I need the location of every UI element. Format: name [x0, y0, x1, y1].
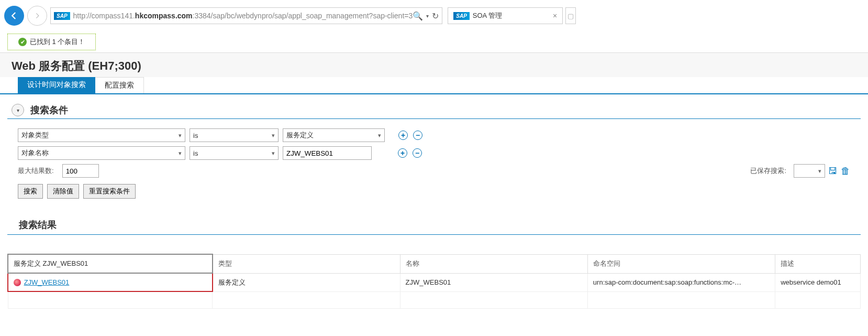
- reset-button[interactable]: 重置搜索条件: [83, 184, 136, 199]
- service-link[interactable]: ZJW_WEBS01: [24, 278, 70, 286]
- success-icon: ✔: [18, 38, 27, 46]
- delete-icon[interactable]: 🗑: [841, 166, 850, 177]
- cell-ns: urn:sap-com:document:sap:soap:functions:…: [587, 273, 775, 291]
- operator-select-2[interactable]: is: [190, 146, 279, 160]
- operator-select-1[interactable]: is: [190, 128, 279, 142]
- url-text: http://compass141.hkcompass.com:3384/sap…: [73, 12, 413, 20]
- saved-search-label: 已保存搜索:: [750, 166, 786, 176]
- table-row[interactable]: ZJW_WEBS01 服务定义 ZJW_WEBS01 urn:sap-com:d…: [8, 273, 861, 291]
- search-button[interactable]: 搜索: [18, 184, 43, 199]
- results-table: 服务定义 ZJW_WEBS01 类型 名称 命名空间 描述 ZJW_WEBS01…: [7, 254, 861, 309]
- results-title: 搜索结果: [7, 208, 861, 235]
- max-results-input[interactable]: [62, 164, 99, 178]
- cell-name: ZJW_WEBS01: [400, 273, 587, 291]
- remove-row-icon[interactable]: −: [413, 131, 422, 140]
- tab-config-search[interactable]: 配置搜索: [95, 77, 144, 93]
- col-desc[interactable]: 描述: [775, 254, 861, 273]
- sap-logo-icon: SAP: [453, 12, 470, 20]
- remove-row-icon[interactable]: −: [413, 148, 422, 158]
- cell-desc: webservice demo01: [775, 273, 861, 291]
- new-tab-button[interactable]: ▢: [565, 7, 576, 24]
- col-type[interactable]: 类型: [213, 254, 400, 273]
- col-service-def[interactable]: 服务定义 ZJW_WEBS01: [8, 254, 213, 273]
- refresh-icon[interactable]: ↻: [432, 11, 439, 21]
- add-row-icon[interactable]: +: [398, 148, 407, 158]
- value-select-1[interactable]: 服务定义: [283, 128, 385, 142]
- tab-strip: 设计时间对象搜索 配置搜索: [0, 77, 868, 94]
- cell-type: 服务定义: [213, 273, 400, 291]
- status-text: 已找到 1 个条目！: [30, 37, 85, 47]
- collapse-icon[interactable]: ▾: [12, 104, 24, 116]
- saved-search-select[interactable]: [794, 164, 825, 178]
- sap-logo-icon: SAP: [54, 12, 70, 20]
- value-input-2[interactable]: [283, 146, 372, 160]
- search-criteria-header: ▾ 搜索条件: [7, 102, 861, 119]
- clear-button[interactable]: 清除值: [47, 184, 79, 199]
- page-title: Web 服务配置 (EH7;300): [0, 52, 868, 77]
- back-button[interactable]: [4, 6, 24, 26]
- close-tab-icon[interactable]: ×: [553, 12, 557, 20]
- search-icon[interactable]: 🔍: [413, 11, 423, 21]
- field-select-1[interactable]: 对象类型: [18, 128, 185, 142]
- service-icon: [14, 279, 21, 286]
- save-icon[interactable]: 🖫: [828, 166, 838, 177]
- add-row-icon[interactable]: +: [398, 131, 408, 140]
- col-name[interactable]: 名称: [400, 254, 587, 273]
- col-namespace[interactable]: 命名空间: [587, 254, 775, 273]
- dropdown-caret-icon[interactable]: ▾: [426, 13, 429, 19]
- forward-button[interactable]: [27, 6, 47, 26]
- address-bar[interactable]: SAP http://compass141.hkcompass.com:3384…: [50, 7, 442, 24]
- browser-toolbar: SAP http://compass141.hkcompass.com:3384…: [0, 0, 868, 31]
- field-select-2[interactable]: 对象名称: [18, 146, 185, 160]
- table-row-empty: [8, 291, 861, 309]
- status-message: ✔ 已找到 1 个条目！: [7, 34, 96, 50]
- tab-title: SOA 管理: [473, 11, 502, 20]
- browser-tab[interactable]: SAP SOA 管理 ×: [448, 7, 563, 24]
- tab-design-search[interactable]: 设计时间对象搜索: [18, 77, 95, 93]
- section-title: 搜索条件: [30, 104, 68, 116]
- max-results-label: 最大结果数:: [18, 166, 54, 176]
